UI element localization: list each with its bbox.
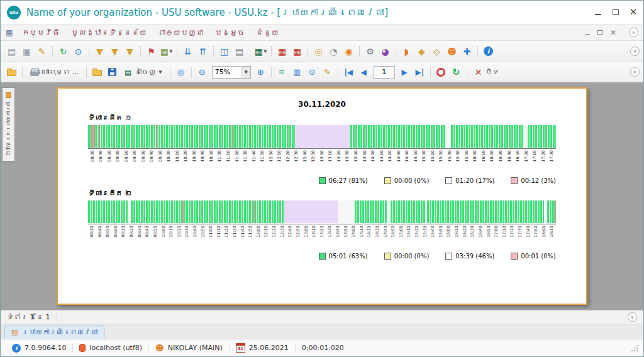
save-report-button[interactable] xyxy=(105,65,119,79)
time-tick: 09:50 xyxy=(152,224,160,245)
menubar-overflow-button[interactable]: ∨ xyxy=(629,28,638,37)
excel-export-icon[interactable]: ▦▼ xyxy=(253,44,268,58)
time-tick-label: 14:40 xyxy=(384,226,388,238)
preview-toolbar-overflow-button[interactable]: ∨ xyxy=(630,67,640,77)
zoom-in-button[interactable]: ⊕ xyxy=(253,65,268,79)
money-icon[interactable]: ◎ xyxy=(311,44,326,58)
page-layout-button[interactable]: ▥ xyxy=(290,65,304,79)
time-tick: 11:10 xyxy=(215,224,223,245)
refresh-report-button[interactable]: ↻ xyxy=(449,65,464,79)
flag-icon[interactable]: ⚑ xyxy=(144,44,158,58)
legend-label: 01:20 (17%) xyxy=(455,177,494,184)
users-icon[interactable]: ☻ xyxy=(445,44,459,58)
open-report-button[interactable] xyxy=(90,65,104,79)
zoom-combo-arrow-icon[interactable]: ▼ xyxy=(242,67,250,78)
report-parameters-tab[interactable]: ប៉ារ៉ាម៉ែត្ររបាយការណ៍ xyxy=(2,87,15,162)
globe-icon[interactable]: ◕ xyxy=(378,44,392,58)
rss-icon[interactable]: ◗ xyxy=(399,44,414,58)
find-icon: ⊙ xyxy=(309,67,316,77)
refresh-data-icon[interactable]: ↻ xyxy=(56,44,70,58)
history-icon[interactable]: ◔ xyxy=(326,44,341,58)
menu-window[interactable]: បង្អួច xyxy=(209,27,250,38)
mdi-close-icon[interactable]: ✕ xyxy=(610,29,616,36)
lock-icon[interactable]: ◆ xyxy=(414,44,429,58)
time-tick-label: 10:00 xyxy=(167,150,171,162)
map-pin-icon[interactable]: ◉ xyxy=(341,44,356,58)
menu-commands[interactable]: ពាក្យបញ្ជា xyxy=(152,27,209,38)
new-record-icon[interactable]: ▤ xyxy=(4,44,19,58)
time-tick-label: 14:30 xyxy=(397,150,401,162)
reports-folder-icon[interactable] xyxy=(4,65,19,79)
copy-record-icon[interactable]: ▣ xyxy=(19,44,34,58)
flag-icon: ⚑ xyxy=(147,47,155,57)
time-tick-label: 17:20 xyxy=(510,226,514,238)
help-info-icon[interactable]: i xyxy=(481,44,496,58)
main-toolbar: ▤▣✎↻⊙▼▼▼⚑▦▼⇊⇈◫▤▦▼▦▦◎◔◉⚙◕◗◆◇☻✚i ∨ xyxy=(1,41,643,62)
zoom-out-button[interactable]: ⊖ xyxy=(195,65,209,79)
time-tick-label: 11:20 xyxy=(225,226,229,238)
timeline-segment-active xyxy=(88,200,128,223)
first-page-button[interactable]: |◀ xyxy=(341,65,356,79)
menu-help[interactable]: ជំនួយ xyxy=(250,27,284,38)
calendar-icon[interactable]: ▦ xyxy=(290,44,304,58)
time-tick-label: 13:10 xyxy=(328,150,333,162)
key-icon[interactable]: ◇ xyxy=(430,44,444,58)
close-button[interactable]: ✕ xyxy=(630,9,637,16)
maximize-button[interactable] xyxy=(612,9,619,16)
mdi-minimize-icon[interactable] xyxy=(585,31,590,35)
settings-gear-icon[interactable]: ⚙ xyxy=(363,44,377,58)
notebook-icon[interactable]: ▤ xyxy=(232,44,247,58)
time-tick: 14:40 xyxy=(403,149,412,170)
mdi-restore-icon[interactable] xyxy=(597,30,602,35)
tools-icon[interactable]: ✚ xyxy=(460,44,474,58)
print-preview-button[interactable]: ◎ xyxy=(174,65,188,79)
resize-grip[interactable] xyxy=(631,344,638,352)
main-toolbar-overflow-button[interactable]: ∨ xyxy=(630,47,640,56)
tab-report-time[interactable]: ▤ របាយការណ៍ - ពេលវេលា xyxy=(4,326,104,339)
time-tick-label: 17:00 xyxy=(525,150,529,162)
toolbar-separator xyxy=(477,46,478,57)
last-page-button[interactable]: ▶| xyxy=(413,65,427,79)
expand-all-icon[interactable]: ⇊ xyxy=(180,44,195,58)
time-tick-label: 14:40 xyxy=(405,150,409,162)
report-date-icon[interactable]: ▦ xyxy=(275,44,289,58)
timeline-segment-active xyxy=(350,125,446,148)
next-page-button[interactable]: ▶ xyxy=(397,65,412,79)
time-tick: 11:40 xyxy=(250,149,258,170)
minimize-button[interactable] xyxy=(594,9,602,16)
outline-button[interactable]: ≡ xyxy=(275,65,289,79)
filter-clear-icon[interactable]: ▼ xyxy=(123,44,137,58)
time-tick-label: 17:10 xyxy=(502,226,507,238)
time-tick-label: 13:00 xyxy=(304,226,309,238)
print-button[interactable]: បោះពុម្ព ... xyxy=(26,67,83,77)
collapse-all-icon[interactable]: ⇈ xyxy=(196,44,210,58)
filter-icon[interactable]: ▼ xyxy=(92,44,107,58)
time-tick: 10:20 xyxy=(175,224,184,245)
menu-program[interactable]: កម្មវិធី xyxy=(16,27,65,38)
timeline-segment-active xyxy=(391,200,425,223)
statusbar-database: localhost (utf8) xyxy=(73,344,148,352)
expand-all-icon: ⇊ xyxy=(184,47,192,57)
page-info-overflow-button[interactable]: ∨ xyxy=(628,312,637,322)
edit-record-icon[interactable]: ✎ xyxy=(35,44,49,58)
filter-add-icon[interactable]: ▼ xyxy=(108,44,122,58)
page-number-input[interactable] xyxy=(374,66,395,79)
legend-swatch xyxy=(384,253,391,260)
time-axis: 08:3008:4008:5009:0009:1009:2009:3009:40… xyxy=(88,148,556,170)
search-icon[interactable]: ⊙ xyxy=(71,44,86,58)
prev-page-button[interactable]: ◀ xyxy=(357,65,371,79)
time-tick-label: 18:00 xyxy=(542,226,547,238)
add-tab-icon[interactable]: ◫ xyxy=(217,44,231,58)
print-button-label: បោះពុម្ព ... xyxy=(42,68,79,76)
edit-page-button[interactable]: ✎ xyxy=(320,65,335,79)
menu-database[interactable]: មូលដ្ឋានទិន្នន័យ xyxy=(65,27,152,38)
image-icon[interactable]: ▦▼ xyxy=(159,44,174,58)
timeline-pink-stripe xyxy=(95,125,96,148)
export-button[interactable]: ▤ នាំចេញ ▼ xyxy=(120,67,167,78)
close-preview-button[interactable]: ✕ បិទ xyxy=(470,66,504,79)
stop-button[interactable] xyxy=(434,65,448,79)
time-tick: 13:00 xyxy=(302,224,310,245)
time-tick-label: 15:10 xyxy=(407,226,411,238)
zoom-combo-input[interactable] xyxy=(213,68,242,76)
find-in-report-button[interactable]: ⊙ xyxy=(305,65,319,79)
